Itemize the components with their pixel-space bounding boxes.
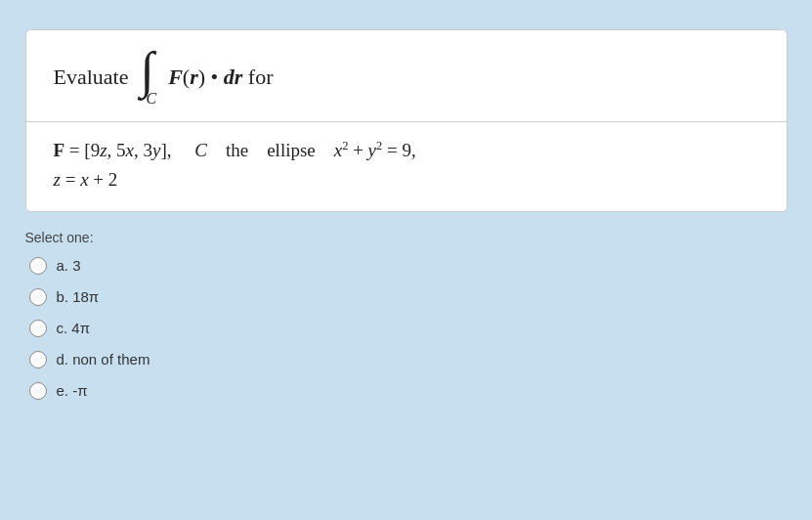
- bracket: ],: [160, 140, 190, 160]
- option-b-label: b. 18π: [57, 288, 100, 305]
- radio-e[interactable]: [29, 382, 47, 400]
- integral-container: ∫ C: [140, 48, 156, 108]
- F-bold: F: [168, 65, 183, 89]
- select-label: Select one:: [25, 230, 788, 245]
- eq9: = 9,: [387, 140, 416, 160]
- C-label: C: [194, 140, 207, 160]
- z1: z: [100, 140, 107, 160]
- F-label: F: [54, 140, 65, 160]
- paren-close: ): [198, 65, 205, 89]
- integral-subscript: C: [146, 90, 156, 108]
- radio-b[interactable]: [29, 288, 47, 306]
- z2: z: [54, 169, 61, 190]
- option-a-label: a. 3: [57, 257, 81, 274]
- main-container: Evaluate ∫ C F(r) • dr for F = [9z, 5x, …: [25, 29, 788, 400]
- x2: x: [334, 140, 342, 160]
- problem-description: F = [9z, 5x, 3y], C the ellipse x2 + y2 …: [26, 122, 787, 211]
- options-list: a. 3 b. 18π c. 4π d. non of them e. -π: [25, 257, 788, 400]
- x1: x: [126, 140, 134, 160]
- option-b[interactable]: b. 18π: [29, 288, 788, 306]
- problem-line1: F = [9z, 5x, 3y], C the ellipse x2 + y2 …: [54, 136, 759, 165]
- radio-a[interactable]: [29, 257, 47, 275]
- comma1: , 5: [107, 140, 126, 160]
- radio-c[interactable]: [29, 320, 47, 337]
- r-bold: r: [190, 65, 198, 89]
- exp2-x: 2: [342, 138, 348, 152]
- option-c[interactable]: c. 4π: [29, 320, 788, 337]
- dot: •: [211, 65, 224, 89]
- comma2: , 3: [134, 140, 152, 160]
- option-e[interactable]: e. -π: [29, 382, 788, 400]
- option-c-label: c. 4π: [57, 320, 91, 336]
- exp2-y: 2: [376, 138, 382, 152]
- dr-bold: dr: [224, 65, 243, 89]
- y2: y: [368, 140, 376, 160]
- integral-symbol: ∫: [140, 48, 153, 94]
- option-d[interactable]: d. non of them: [29, 351, 788, 368]
- for-text: for: [248, 65, 274, 89]
- option-e-label: e. -π: [57, 382, 88, 399]
- integral-box: Evaluate ∫ C F(r) • dr for: [26, 30, 787, 122]
- x3: x: [80, 169, 88, 190]
- equals1: = [9: [69, 140, 100, 160]
- integral-expression: F(r) • dr for: [168, 65, 273, 90]
- option-a[interactable]: a. 3: [29, 257, 788, 275]
- radio-d[interactable]: [29, 351, 47, 368]
- equals2: =: [65, 169, 80, 190]
- option-d-label: d. non of them: [57, 351, 150, 368]
- problem-line2: z = x + 2: [54, 165, 759, 195]
- evaluate-text: Evaluate: [54, 65, 129, 90]
- question-card: Evaluate ∫ C F(r) • dr for F = [9z, 5x, …: [25, 29, 788, 212]
- the-text: the ellipse: [212, 140, 334, 160]
- plus2: + 2: [93, 169, 117, 190]
- plus: +: [353, 140, 367, 160]
